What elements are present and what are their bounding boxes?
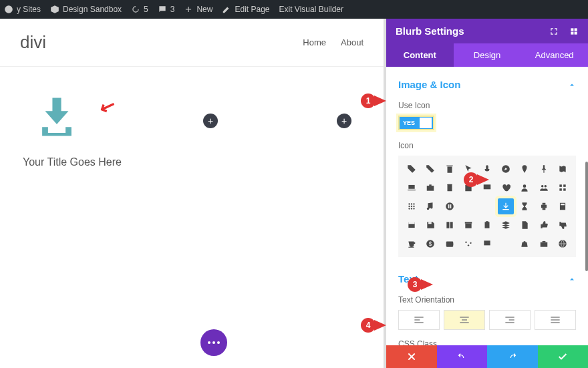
- page-canvas: divi Home About Your Title Goes Here ↙ +…: [0, 19, 386, 368]
- align-center-button[interactable]: [444, 310, 485, 330]
- svg-rect-17: [559, 188, 562, 191]
- stack-icon[interactable]: [498, 217, 514, 233]
- svg-rect-33: [542, 208, 545, 210]
- tag-icon[interactable]: [404, 161, 420, 177]
- window-icon[interactable]: [404, 217, 420, 233]
- briefcase-icon[interactable]: [422, 180, 438, 196]
- svg-point-26: [411, 208, 412, 209]
- book-icon[interactable]: [441, 217, 457, 233]
- svg-rect-39: [465, 222, 472, 223]
- save-button[interactable]: [538, 345, 589, 368]
- tab-design[interactable]: Design: [454, 43, 521, 67]
- nav-about[interactable]: About: [341, 37, 363, 47]
- expand-icon[interactable]: [549, 27, 559, 36]
- admin-exit-vb[interactable]: Exit Visual Builder: [279, 5, 344, 14]
- admin-my-sites[interactable]: y Sites: [4, 5, 41, 14]
- section-text[interactable]: Text: [398, 269, 576, 291]
- pause-icon[interactable]: [441, 198, 457, 214]
- svg-point-47: [468, 244, 469, 246]
- grid-icon[interactable]: [569, 27, 579, 36]
- svg-rect-18: [563, 188, 566, 191]
- monitor-icon[interactable]: [479, 180, 495, 196]
- tablet-icon[interactable]: [441, 180, 457, 196]
- bag-icon[interactable]: [517, 236, 533, 252]
- svg-rect-3: [571, 31, 573, 34]
- wp-admin-bar: y Sites Design Sandbox 5 3 New Edit Page…: [0, 0, 588, 19]
- chart-icon[interactable]: [498, 236, 514, 252]
- svg-point-20: [411, 203, 412, 204]
- svg-point-14: [544, 185, 547, 188]
- svg-rect-9: [447, 184, 452, 192]
- admin-comments[interactable]: 3: [158, 5, 175, 14]
- laptop-icon[interactable]: [404, 180, 420, 196]
- svg-rect-49: [484, 240, 490, 245]
- tags-icon[interactable]: [422, 161, 438, 177]
- presentation-icon[interactable]: [479, 236, 495, 252]
- admin-new[interactable]: New: [184, 5, 212, 14]
- align-left-button[interactable]: [398, 310, 440, 330]
- calculator-icon[interactable]: [555, 198, 571, 214]
- label: Design Sandbox: [63, 5, 122, 14]
- section-image-icon[interactable]: Image & Icon: [398, 75, 576, 97]
- map-icon[interactable]: [555, 161, 571, 177]
- svg-rect-2: [575, 28, 577, 31]
- pin-icon[interactable]: [517, 161, 533, 177]
- compass-icon[interactable]: [498, 161, 514, 177]
- svg-point-12: [523, 184, 527, 188]
- svg-rect-4: [575, 31, 577, 34]
- scrollbar[interactable]: [585, 162, 588, 271]
- pushpin-icon[interactable]: [536, 161, 552, 177]
- close-button[interactable]: [386, 345, 437, 368]
- printer-icon[interactable]: [536, 198, 552, 214]
- svg-rect-30: [450, 204, 451, 208]
- music-icon[interactable]: [422, 198, 438, 214]
- placeholder-icon[interactable]: [460, 198, 476, 214]
- trash-icon[interactable]: [441, 161, 457, 177]
- cursor-icon[interactable]: [460, 161, 476, 177]
- toolbox-icon[interactable]: [536, 236, 552, 252]
- svg-point-46: [465, 242, 466, 243]
- thumbs-up-icon[interactable]: [536, 217, 552, 233]
- globe-icon[interactable]: [555, 236, 571, 252]
- svg-rect-45: [450, 243, 453, 244]
- page-settings-fab[interactable]: [200, 329, 227, 356]
- save-icon[interactable]: [422, 217, 438, 233]
- use-icon-toggle[interactable]: YES: [398, 116, 434, 130]
- keypad-icon[interactable]: [404, 198, 420, 214]
- thumbs-down-icon[interactable]: [555, 217, 571, 233]
- download-icon[interactable]: [498, 198, 514, 214]
- heart-icon[interactable]: [498, 180, 514, 196]
- align-right-button[interactable]: [489, 310, 531, 330]
- svg-point-19: [408, 203, 410, 204]
- admin-edit-page[interactable]: Edit Page: [222, 5, 269, 14]
- svg-text:$: $: [429, 241, 432, 247]
- align-justify-button[interactable]: [535, 310, 576, 330]
- clipboard-icon[interactable]: [479, 217, 495, 233]
- users-icon[interactable]: [536, 180, 552, 196]
- cup-icon[interactable]: [404, 236, 420, 252]
- archive-icon[interactable]: [460, 217, 476, 233]
- label: Image & Icon: [398, 79, 460, 90]
- svg-point-0: [5, 5, 13, 13]
- sliders-icon[interactable]: [460, 236, 476, 252]
- calendar-icon[interactable]: [460, 180, 476, 196]
- dollar-icon[interactable]: $: [422, 236, 438, 252]
- svg-point-13: [541, 185, 544, 188]
- add-module-button[interactable]: +: [337, 114, 351, 128]
- tab-content[interactable]: Content: [386, 43, 454, 67]
- redo-button[interactable]: [487, 345, 538, 368]
- placeholder-icon[interactable]: [479, 198, 495, 214]
- svg-rect-35: [561, 204, 565, 205]
- add-module-button[interactable]: +: [203, 114, 218, 128]
- mic-icon[interactable]: [479, 161, 495, 177]
- admin-site-link[interactable]: Design Sandbox: [50, 5, 122, 14]
- wallet-icon[interactable]: [441, 236, 457, 252]
- undo-button[interactable]: [437, 345, 488, 368]
- nav-home[interactable]: Home: [303, 37, 326, 47]
- document-icon[interactable]: [517, 217, 533, 233]
- user-icon[interactable]: [517, 180, 533, 196]
- apps-icon[interactable]: [555, 180, 571, 196]
- hourglass-icon[interactable]: [517, 198, 533, 214]
- tab-advanced[interactable]: Advanced: [521, 43, 588, 67]
- admin-updates[interactable]: 5: [131, 5, 148, 14]
